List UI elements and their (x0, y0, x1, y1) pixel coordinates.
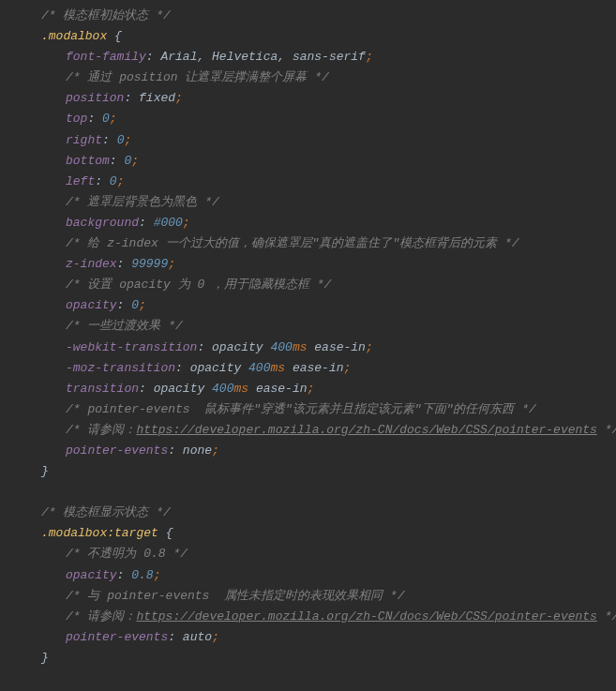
code-line: } (17, 648, 616, 668)
code-line: /* 与 pointer-events 属性未指定时的表现效果相同 */ (17, 586, 616, 607)
code-line: right: 0; (17, 130, 616, 151)
code-line: opacity: 0.8; (17, 565, 616, 586)
code-line: /* 设置 opacity 为 0 ，用于隐藏模态框 */ (17, 275, 616, 295)
code-line: } (17, 461, 616, 482)
code-block: /* 模态框初始状态 */.modalbox {font-family: Ari… (17, 6, 616, 691)
code-line: top: 0; (17, 109, 616, 129)
code-line: /* 遮罩层背景色为黑色 */ (17, 192, 616, 213)
code-line: -moz-transition: opacity 400ms ease-in; (17, 358, 616, 379)
code-line (17, 482, 616, 503)
code-line: /* 不透明为 0.8 */ (17, 544, 616, 564)
code-line (17, 668, 616, 689)
code-line: background: #000; (17, 213, 616, 233)
code-line: position: fixed; (17, 88, 616, 109)
code-line: /* 请参阅：https://developer.mozilla.org/zh-… (17, 607, 616, 627)
code-line: .modalbox { (17, 26, 616, 47)
code-line: /* 通过 position 让遮罩层撑满整个屏幕 */ (17, 68, 616, 88)
code-line: /* 模态框初始状态 */ (17, 6, 616, 26)
code-line: pointer-events: auto; (17, 627, 616, 648)
code-line: /* 一些过渡效果 */ (17, 316, 616, 337)
code-line: /* 模态框显示状态 */ (17, 503, 616, 523)
code-line: font-family: Arial, Helvetica, sans-seri… (17, 47, 616, 68)
code-line: bottom: 0; (17, 151, 616, 172)
code-line: -webkit-transition: opacity 400ms ease-i… (17, 338, 616, 358)
code-line: z-index: 99999; (17, 254, 616, 275)
code-line: .modalbox:target { (17, 523, 616, 544)
code-line: /* 给 z-index 一个过大的值，确保遮罩层"真的遮盖住了"模态框背后的元… (17, 233, 616, 254)
code-line: left: 0; (17, 172, 616, 192)
code-line: transition: opacity 400ms ease-in; (17, 379, 616, 399)
code-line: opacity: 0; (17, 295, 616, 316)
code-line: /* pointer-events 鼠标事件"穿透"该元素并且指定该元素"下面"… (17, 399, 616, 420)
code-line: /* 请参阅：https://developer.mozilla.org/zh-… (17, 420, 616, 441)
code-line: pointer-events: none; (17, 441, 616, 461)
